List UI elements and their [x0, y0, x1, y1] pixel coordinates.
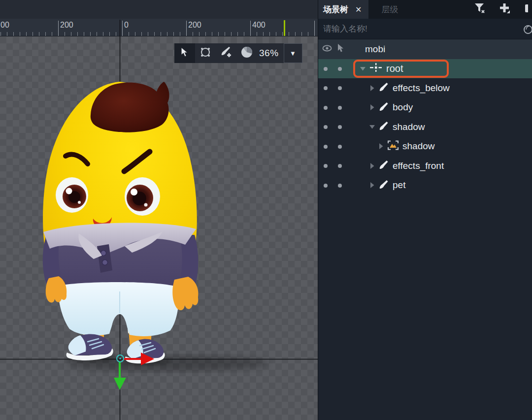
- lock-dot[interactable]: [338, 164, 342, 168]
- ruler-label: 0: [124, 21, 129, 30]
- ruler-label: 200: [60, 21, 73, 30]
- add-icon[interactable]: [499, 2, 510, 16]
- tree-row-label: root: [386, 63, 403, 74]
- cursor-icon: [180, 47, 189, 60]
- expand-arrow-icon[interactable]: [369, 182, 375, 188]
- tree-row-label: pet: [393, 180, 405, 191]
- tree-row-label: mobi: [365, 44, 385, 55]
- tree-row-root[interactable]: root: [318, 59, 532, 79]
- collapse-arrow-icon[interactable]: [369, 125, 375, 129]
- transform-tool-button[interactable]: [195, 43, 216, 63]
- lock-dot[interactable]: [338, 86, 342, 90]
- tree-row-effects-front[interactable]: effects_front: [318, 156, 532, 176]
- visibility-dot[interactable]: [324, 164, 328, 168]
- zoom-level[interactable]: 36%: [257, 48, 284, 59]
- bone-icon: [379, 180, 389, 191]
- tab-hierarchy[interactable]: 层级: [368, 0, 411, 19]
- tree-row-pet[interactable]: pet: [318, 176, 532, 195]
- selection-highlight-box: root: [353, 60, 449, 78]
- root-crosshair-icon: [370, 63, 382, 74]
- lock-dot[interactable]: [338, 125, 342, 129]
- ruler-label: 00: [0, 21, 9, 30]
- expand-arrow-icon[interactable]: [369, 163, 375, 169]
- bone-icon: [379, 102, 389, 113]
- visibility-dot[interactable]: [324, 125, 328, 129]
- tree-row-label: shadow: [393, 122, 425, 132]
- chevron-down-icon: ▼: [290, 50, 296, 57]
- tab-label: 场景树: [323, 4, 348, 15]
- visibility-dot[interactable]: [324, 67, 328, 71]
- tree-row-label: effects_front: [393, 161, 444, 171]
- image-icon: [388, 140, 399, 152]
- ruler-major-tick: [122, 21, 123, 36]
- tree-row-label: effects_below: [393, 83, 450, 94]
- canvas-toolbar: 36% ▼: [174, 43, 302, 63]
- ruler-label: 200: [188, 21, 201, 30]
- bone-icon: [379, 121, 389, 132]
- visibility-dot[interactable]: [324, 184, 328, 188]
- visibility-dot[interactable]: [324, 106, 328, 110]
- transform-circle-icon: [200, 46, 211, 60]
- add-bone-icon: [220, 46, 232, 60]
- ruler-major-tick: [314, 21, 315, 36]
- collapse-arrow-icon[interactable]: [360, 66, 366, 71]
- zoom-dropdown-button[interactable]: ▼: [284, 43, 302, 63]
- tree-row-label: body: [393, 102, 413, 113]
- weights-tool-button[interactable]: [236, 43, 257, 63]
- ruler-label: 400: [252, 21, 266, 30]
- tree-row-effects-below[interactable]: effects_below: [318, 78, 532, 98]
- horizontal-ruler: 00 200 0 200 400: [0, 19, 318, 36]
- expand-arrow-icon[interactable]: [369, 85, 375, 91]
- scene-tree: mobi root: [318, 39, 532, 195]
- tree-row-shadow-image[interactable]: shadow: [318, 137, 532, 157]
- lock-dot[interactable]: [338, 67, 342, 71]
- ruler-major-tick: [250, 21, 251, 36]
- panel-tabbar: 场景树 ✕ 层级: [318, 0, 532, 19]
- tree-row-label: shadow: [402, 141, 435, 152]
- scene-tree-panel: 场景树 ✕ 层级: [318, 0, 532, 420]
- eye-icon[interactable]: [322, 44, 332, 54]
- tree-row-mobi[interactable]: mobi: [318, 39, 532, 59]
- pie-icon: [240, 46, 253, 61]
- ruler-position-marker: [284, 20, 285, 36]
- cursor-icon[interactable]: [337, 44, 345, 55]
- ruler-major-tick: [186, 21, 187, 36]
- ruler-minor-ticks: [0, 32, 318, 36]
- tree-row-shadow-bone[interactable]: shadow: [318, 117, 532, 137]
- expand-arrow-icon[interactable]: [369, 104, 375, 110]
- search-settings-icon[interactable]: [523, 25, 532, 36]
- lock-dot[interactable]: [338, 106, 342, 110]
- character-eye-left: [56, 177, 88, 213]
- bone-icon: [379, 82, 389, 94]
- search-input[interactable]: [318, 24, 510, 34]
- tab-scene-tree[interactable]: 场景树 ✕: [318, 0, 368, 19]
- character-eye-right: [125, 177, 160, 216]
- canvas-area[interactable]: 00 200 0 200 400: [0, 0, 318, 420]
- filter-icon[interactable]: [474, 2, 486, 16]
- animation-editor-window: 00 200 0 200 400: [0, 0, 532, 420]
- clipped-icon: [523, 2, 528, 16]
- lock-dot[interactable]: [338, 145, 342, 149]
- lock-dot[interactable]: [338, 184, 342, 188]
- visibility-dot[interactable]: [324, 145, 328, 149]
- add-bone-tool-button[interactable]: [216, 43, 236, 63]
- tree-row-body[interactable]: body: [318, 98, 532, 118]
- search-row: [318, 19, 532, 39]
- canvas-topbar: [0, 0, 318, 19]
- visibility-dot[interactable]: [324, 86, 328, 90]
- ruler-major-tick: [58, 21, 59, 36]
- bone-icon: [379, 160, 389, 171]
- select-tool-button[interactable]: [174, 43, 195, 63]
- close-icon[interactable]: ✕: [355, 5, 362, 14]
- expand-arrow-icon[interactable]: [378, 143, 384, 149]
